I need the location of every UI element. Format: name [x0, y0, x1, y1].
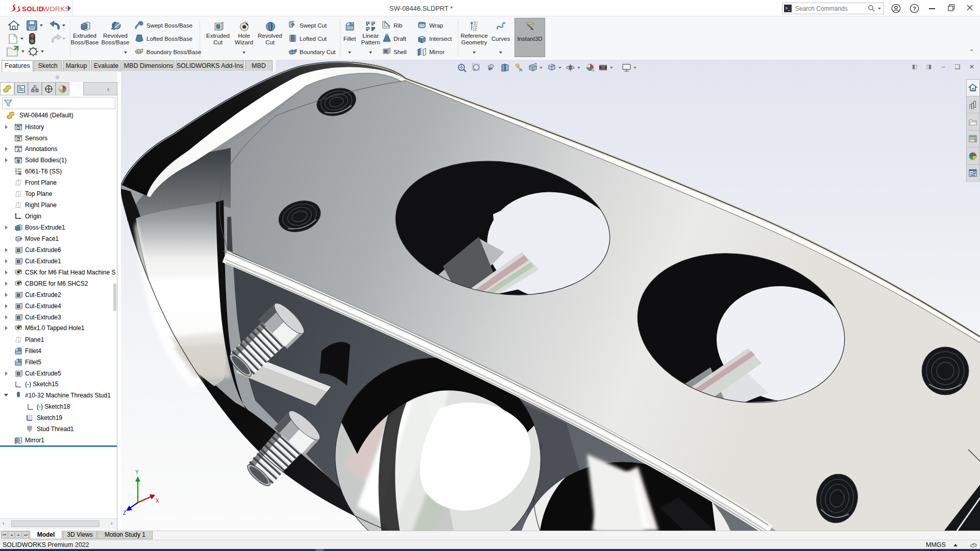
svg-text:Z: Z [123, 510, 126, 516]
svg-text:GD: GD [420, 24, 425, 28]
svg-text:Y: Y [135, 469, 139, 475]
svg-text:X: X [156, 498, 159, 504]
svg-text:A: A [519, 67, 523, 72]
svg-text:SOLID: SOLID [22, 5, 44, 13]
svg-text:A: A [17, 147, 20, 153]
svg-text:?: ? [913, 6, 916, 12]
svg-text:WORKS: WORKS [43, 5, 69, 13]
